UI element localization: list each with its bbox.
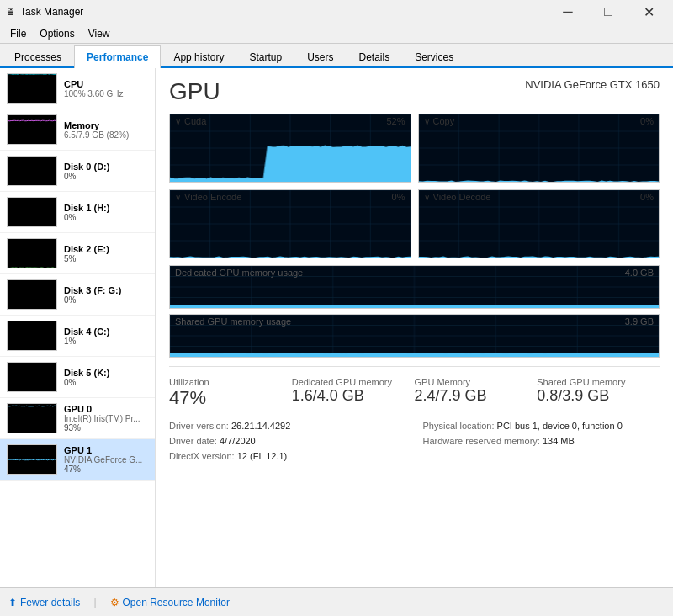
- sidebar-item-disk3[interactable]: Disk 3 (F: G:) 0%: [0, 274, 155, 316]
- encode-label-text: Video Encode: [184, 192, 241, 202]
- gpu0-mini-graph: [7, 403, 57, 433]
- disk2-info: Disk 2 (E:) 5%: [64, 244, 148, 263]
- tab-details[interactable]: Details: [346, 45, 402, 68]
- decode-label: ∨ Video Decode: [424, 192, 491, 202]
- driver-reserved-val: 134 MB: [543, 436, 575, 446]
- disk3-name: Disk 3 (F: G:): [64, 285, 148, 295]
- tab-bar: Processes Performance App history Startu…: [0, 44, 673, 68]
- stat-gpu-mem-label: GPU Memory: [415, 377, 531, 387]
- copy-chevron: ∨: [424, 117, 430, 126]
- gpu1-info: GPU 1 NVIDIA GeForce G... 47%: [64, 445, 148, 474]
- disk0-pct: 0%: [64, 172, 148, 181]
- monitor-icon: ⚙: [110, 597, 119, 608]
- minimize-button[interactable]: ─: [548, 3, 587, 20]
- disk0-name: Disk 0 (D:): [64, 162, 148, 172]
- menu-file[interactable]: File: [3, 26, 33, 41]
- disk1-name: Disk 1 (H:): [64, 203, 148, 213]
- cuda-graph-box: ∨ Cuda 52%: [169, 114, 411, 183]
- shared-memory-graph: Shared GPU memory usage 3.9 GB: [169, 314, 660, 358]
- sidebar-item-disk2[interactable]: Disk 2 (E:) 5%: [0, 233, 155, 274]
- gpu1-name: GPU 1: [64, 445, 148, 455]
- monitor-link[interactable]: ⚙ Open Resource Monitor: [110, 597, 230, 608]
- window-title: Task Manager: [20, 6, 83, 18]
- driver-physical-key: Physical location:: [423, 421, 495, 431]
- fewer-details-label: Fewer details: [20, 597, 80, 608]
- disk4-name: Disk 4 (C:): [64, 327, 148, 337]
- stat-shared-label: Shared GPU memory: [537, 377, 653, 387]
- dedicated-memory-label: Dedicated GPU memory usage: [175, 268, 303, 278]
- driver-reserved-row: Hardware reserved memory: 134 MB: [423, 434, 660, 449]
- cpu-mini-graph: [7, 73, 57, 104]
- footer: ⬆ Fewer details | ⚙ Open Resource Monito…: [0, 587, 673, 616]
- copy-pct: 0%: [640, 116, 654, 126]
- disk2-pct: 5%: [64, 254, 148, 263]
- copy-graph-box: ∨ Copy 0%: [418, 114, 660, 183]
- cuda-label-text: Cuda: [184, 116, 206, 126]
- driver-dx-row: DirectX version: 12 (FL 12.1): [169, 449, 406, 465]
- tab-app-history[interactable]: App history: [161, 45, 236, 68]
- shared-memory-val: 3.9 GB: [625, 316, 654, 327]
- gpu-model: NVIDIA GeForce GTX 1650: [525, 78, 660, 91]
- disk1-mini-graph: [7, 197, 57, 227]
- sidebar-item-gpu1[interactable]: GPU 1 NVIDIA GeForce G... 47%: [0, 439, 155, 481]
- driver-version-key: Driver version:: [169, 421, 229, 431]
- decode-label-text: Video Decode: [433, 192, 491, 202]
- driver-dx-key: DirectX version:: [169, 451, 235, 461]
- driver-version-val: 26.21.14.4292: [231, 421, 290, 431]
- disk2-mini-graph: [7, 238, 57, 268]
- disk1-info: Disk 1 (H:) 0%: [64, 203, 148, 222]
- title-bar: 🖥 Task Manager ─ □ ✕: [0, 0, 673, 24]
- app-icon: 🖥: [5, 6, 15, 18]
- encode-chevron: ∨: [175, 193, 181, 202]
- footer-separator: |: [93, 597, 96, 608]
- cpu-info: CPU 100% 3.60 GHz: [64, 79, 148, 98]
- tab-performance[interactable]: Performance: [74, 45, 161, 68]
- decode-pct: 0%: [640, 192, 654, 202]
- sidebar-item-disk4[interactable]: Disk 4 (C:) 1%: [0, 316, 155, 357]
- close-button[interactable]: ✕: [629, 3, 668, 20]
- shared-memory-label: Shared GPU memory usage: [175, 316, 291, 327]
- sidebar-item-memory[interactable]: Memory 6.5/7.9 GB (82%): [0, 109, 155, 151]
- memory-mini-graph: [7, 114, 57, 145]
- sidebar-item-disk0[interactable]: Disk 0 (D:) 0%: [0, 151, 155, 192]
- copy-label-text: Copy: [433, 116, 455, 126]
- decode-chevron: ∨: [424, 193, 430, 202]
- tab-startup[interactable]: Startup: [236, 45, 294, 68]
- sidebar-item-disk5[interactable]: Disk 5 (K:) 0%: [0, 357, 155, 398]
- main-panel: GPU NVIDIA GeForce GTX 1650 ∨ Cuda 52% ∨: [156, 68, 673, 613]
- stats-row: Utilization 47% Dedicated GPU memory 1.6…: [169, 366, 660, 412]
- encode-label: ∨ Video Encode: [175, 192, 241, 202]
- disk4-info: Disk 4 (C:) 1%: [64, 327, 148, 346]
- gpu1-mini-graph: [7, 444, 57, 475]
- sidebar-item-disk1[interactable]: Disk 1 (H:) 0%: [0, 192, 155, 233]
- tab-processes[interactable]: Processes: [2, 45, 74, 68]
- memory-name: Memory: [64, 120, 148, 130]
- stat-dedicated-value: 1.6/4.0 GB: [292, 387, 408, 406]
- decode-graph-box: ∨ Video Decode 0%: [418, 189, 660, 258]
- title-bar-left: 🖥 Task Manager: [5, 6, 83, 18]
- fewer-details-link[interactable]: ⬆ Fewer details: [8, 597, 80, 608]
- gpu-title: GPU: [169, 78, 220, 105]
- disk3-pct: 0%: [64, 295, 148, 305]
- title-bar-controls: ─ □ ✕: [548, 3, 668, 20]
- maximize-button[interactable]: □: [589, 3, 628, 20]
- gpu-header: GPU NVIDIA GeForce GTX 1650: [169, 78, 660, 105]
- driver-dx-val: 12 (FL 12.1): [237, 451, 288, 461]
- menu-view[interactable]: View: [82, 26, 117, 41]
- sidebar-item-gpu0[interactable]: GPU 0 Intel(R) Iris(TM) Pr... 93%: [0, 398, 155, 439]
- menu-options[interactable]: Options: [33, 26, 81, 41]
- monitor-label: Open Resource Monitor: [123, 597, 230, 608]
- driver-info: Driver version: 26.21.14.4292 Physical l…: [169, 419, 660, 464]
- disk3-mini-graph: [7, 279, 57, 310]
- driver-date-val: 4/7/2020: [220, 436, 256, 446]
- stat-gpu-mem-value: 2.4/7.9 GB: [415, 387, 531, 406]
- cuda-pct: 52%: [386, 116, 405, 126]
- tab-users[interactable]: Users: [294, 45, 346, 68]
- tab-services[interactable]: Services: [402, 45, 466, 68]
- driver-physical-row: Physical location: PCI bus 1, device 0, …: [423, 419, 660, 434]
- disk1-pct: 0%: [64, 213, 148, 222]
- gpu1-sub: NVIDIA GeForce G...: [64, 455, 148, 465]
- stat-util-value: 47%: [169, 387, 285, 409]
- driver-physical-val: PCI bus 1, device 0, function 0: [497, 421, 623, 431]
- sidebar-item-cpu[interactable]: CPU 100% 3.60 GHz: [0, 68, 155, 109]
